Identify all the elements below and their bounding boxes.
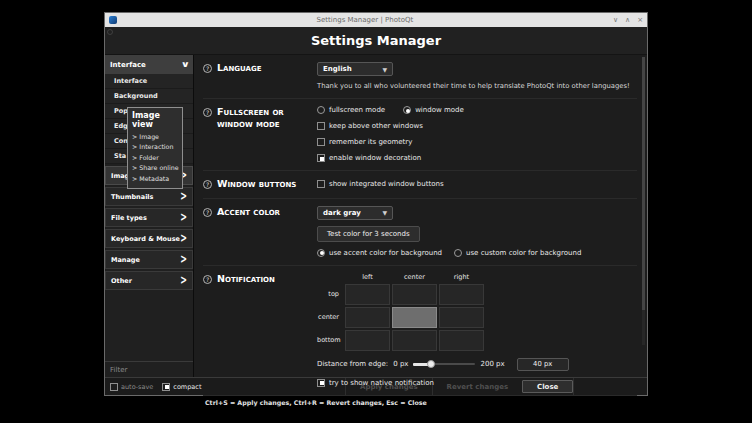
keep-above-checkbox[interactable] bbox=[317, 122, 325, 130]
custom-background-radio[interactable] bbox=[454, 249, 462, 257]
section-title: Language bbox=[217, 62, 262, 74]
native-notification-label: try to show native notification bbox=[329, 379, 434, 387]
section-fullscreen-window-mode: ? Fullscreen or window mode fullscreen m… bbox=[203, 99, 637, 171]
accent-background-radio[interactable] bbox=[317, 249, 325, 257]
section-accent-color: ? Accent color dark gray ▼ Test color fo… bbox=[203, 199, 637, 266]
sidebar-category-label: Interface bbox=[110, 61, 146, 69]
window-decoration-checkbox[interactable] bbox=[317, 154, 325, 162]
window-mode-radio[interactable] bbox=[403, 106, 411, 114]
page-title: Settings Manager bbox=[311, 33, 441, 48]
remember-geometry-checkbox[interactable] bbox=[317, 138, 325, 146]
grid-cell-top-center[interactable] bbox=[392, 284, 437, 305]
section-title: Accent color bbox=[217, 206, 280, 218]
integrated-window-buttons-checkbox[interactable] bbox=[317, 180, 325, 188]
sidebar-item-file-types[interactable]: File types > bbox=[105, 208, 193, 227]
fullscreen-mode-label: fullscreen mode bbox=[329, 106, 385, 114]
subitem-label: Con bbox=[114, 137, 128, 145]
subitem-label: Pop bbox=[114, 107, 128, 115]
chevron-right-icon: > bbox=[180, 274, 187, 288]
integrated-window-buttons-label: show integrated window buttons bbox=[329, 180, 444, 188]
help-icon[interactable]: ? bbox=[203, 64, 212, 73]
remember-geometry-label: remember its geometry bbox=[329, 138, 412, 146]
sidebar-item-label: File types bbox=[111, 214, 147, 222]
keep-above-label: keep above other windows bbox=[329, 122, 423, 130]
app-header: Settings Manager bbox=[105, 27, 647, 55]
distance-max: 200 px bbox=[480, 360, 504, 368]
sidebar-subitem-interface[interactable]: Interface bbox=[105, 74, 193, 89]
minimize-icon[interactable]: ∨ bbox=[613, 16, 618, 24]
grid-cell-center-left[interactable] bbox=[345, 307, 390, 328]
tooltip-title: Image view bbox=[132, 111, 178, 129]
compact-checkbox[interactable] bbox=[162, 383, 170, 391]
language-dropdown-value: English bbox=[323, 65, 352, 73]
chevron-right-icon: > bbox=[180, 253, 187, 267]
chevron-right-icon: > bbox=[180, 232, 187, 246]
auto-save-checkbox[interactable] bbox=[110, 383, 118, 391]
help-icon[interactable]: ? bbox=[203, 180, 212, 189]
sidebar-item-other[interactable]: Other > bbox=[105, 271, 193, 290]
subitem-label: Edg bbox=[114, 122, 128, 130]
scrollbar-handle[interactable] bbox=[642, 57, 645, 310]
close-icon[interactable]: × bbox=[637, 16, 643, 24]
window-mode-label: window mode bbox=[415, 106, 464, 114]
dropdown-caret-icon: ▼ bbox=[382, 209, 387, 216]
fullscreen-mode-radio[interactable] bbox=[317, 106, 325, 114]
maximize-icon[interactable]: ∧ bbox=[625, 16, 630, 24]
grid-row-center: center bbox=[317, 313, 343, 321]
chevron-down-icon: ∨ bbox=[180, 60, 189, 69]
custom-background-label: use custom color for background bbox=[466, 249, 581, 257]
sidebar-item-label: Manage bbox=[111, 256, 140, 264]
subitem-label: Background bbox=[114, 92, 158, 100]
notification-position-grid: left center right top center bbox=[317, 273, 637, 351]
tooltip-item: > Image bbox=[132, 132, 178, 142]
subitem-label: Sta bbox=[114, 152, 126, 160]
chevron-right-icon: > bbox=[180, 190, 187, 204]
titlebar[interactable]: Settings Manager | PhotoQt ∨ ∧ × bbox=[105, 13, 647, 27]
corner-dot-icon bbox=[107, 29, 113, 35]
slider-handle[interactable] bbox=[427, 360, 435, 368]
grid-cell-bottom-right[interactable] bbox=[439, 330, 484, 351]
filter-row bbox=[105, 361, 193, 377]
help-icon[interactable]: ? bbox=[203, 208, 212, 217]
tooltip-item: > Folder bbox=[132, 153, 178, 163]
sidebar-category-interface[interactable]: Interface ∨ bbox=[105, 55, 193, 74]
desktop-background: Settings Manager | PhotoQt ∨ ∧ × Setting… bbox=[0, 0, 752, 423]
help-icon[interactable]: ? bbox=[203, 108, 212, 117]
section-window-buttons: ? Window buttons show integrated window … bbox=[203, 171, 637, 199]
distance-value-spinbox[interactable]: 40 px bbox=[517, 358, 569, 371]
grid-cell-center-right[interactable] bbox=[439, 307, 484, 328]
language-dropdown[interactable]: English ▼ bbox=[317, 62, 393, 76]
section-notification: ? Notification left center right top bbox=[203, 266, 637, 396]
tooltip-item: > Share online bbox=[132, 163, 178, 173]
sidebar-item-label: Keyboard & Mouse bbox=[111, 235, 180, 243]
accent-color-dropdown-value: dark gray bbox=[323, 209, 361, 217]
sidebar-item-label: Other bbox=[111, 277, 132, 285]
dropdown-caret-icon: ▼ bbox=[382, 66, 387, 73]
tooltip-item: > Metadata bbox=[132, 174, 178, 184]
accent-color-dropdown[interactable]: dark gray ▼ bbox=[317, 206, 393, 220]
distance-slider[interactable] bbox=[413, 360, 475, 368]
window-title: Settings Manager | PhotoQt bbox=[121, 16, 609, 24]
sidebar-item-keyboard-mouse[interactable]: Keyboard & Mouse > bbox=[105, 229, 193, 248]
sidebar-item-label: Thumbnails bbox=[111, 193, 153, 201]
distance-value: 40 px bbox=[533, 360, 552, 368]
section-language: ? Language English ▼ Thank you to all wh… bbox=[203, 55, 637, 99]
grid-cell-bottom-left[interactable] bbox=[345, 330, 390, 351]
sidebar-subitem-background[interactable]: Background bbox=[105, 89, 193, 104]
tooltip-item: > Interaction bbox=[132, 142, 178, 152]
sidebar-item-thumbnails[interactable]: Thumbnails > bbox=[105, 187, 193, 206]
grid-cell-top-right[interactable] bbox=[439, 284, 484, 305]
grid-cell-top-left[interactable] bbox=[345, 284, 390, 305]
distance-label: Distance from edge: bbox=[317, 360, 388, 368]
chevron-right-icon: > bbox=[180, 211, 187, 225]
grid-row-bottom: bottom bbox=[317, 336, 343, 344]
help-icon[interactable]: ? bbox=[203, 275, 212, 284]
settings-manager-window: Settings Manager | PhotoQt ∨ ∧ × Setting… bbox=[105, 13, 647, 395]
sidebar-item-manage[interactable]: Manage > bbox=[105, 250, 193, 269]
test-color-button[interactable]: Test color for 3 seconds bbox=[317, 226, 420, 242]
scrollbar[interactable] bbox=[642, 57, 645, 345]
grid-cell-bottom-center[interactable] bbox=[392, 330, 437, 351]
grid-cell-center-center[interactable] bbox=[392, 307, 437, 328]
filter-input[interactable] bbox=[105, 366, 193, 374]
native-notification-checkbox[interactable] bbox=[317, 379, 325, 387]
